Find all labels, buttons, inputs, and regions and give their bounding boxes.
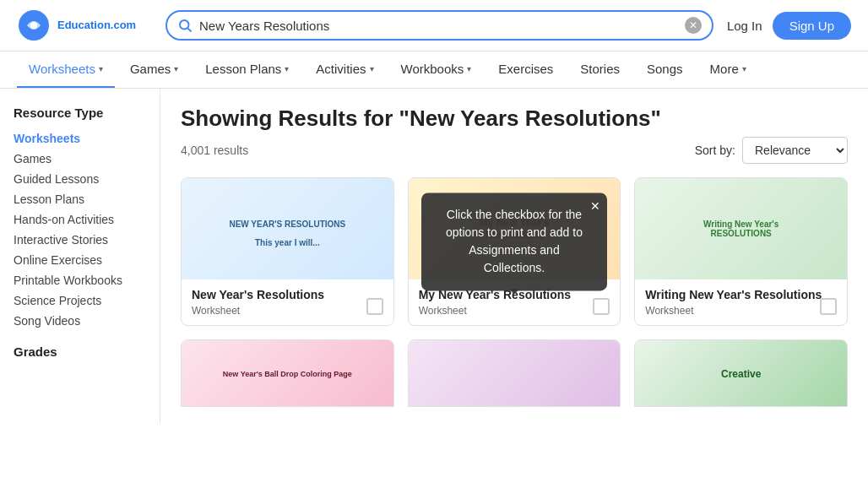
results-count: 4,001 results (181, 144, 248, 157)
sidebar-item-games[interactable]: Games (14, 149, 146, 169)
nav-label-lesson-plans: Lesson Plans (205, 62, 281, 76)
nav-item-stories[interactable]: Stories (568, 52, 632, 88)
tooltip-close-button[interactable]: ✕ (590, 199, 600, 213)
sidebar-item-hands-on-activities[interactable]: Hands-on Activities (14, 209, 146, 230)
search-input[interactable] (199, 19, 678, 33)
sidebar: Resource Type Worksheets Games Guided Le… (0, 89, 160, 424)
results-meta: 4,001 results Sort by: Relevance Most Re… (181, 137, 848, 164)
sort-by-label: Sort by: (695, 144, 735, 157)
logo-text: Education.com (57, 19, 136, 32)
search-icon (177, 18, 193, 33)
main-nav: Worksheets ▾ Games ▾ Lesson Plans ▾ Acti… (0, 52, 868, 89)
results-title: Showing Results for "New Years Resolutio… (181, 106, 848, 132)
nav-item-games[interactable]: Games ▾ (118, 52, 190, 88)
card-3-image: Writing New Year'sRESOLUTIONS (635, 178, 847, 279)
sidebar-item-science-projects[interactable]: Science Projects (14, 290, 146, 311)
card-2[interactable]: My New Year'sResolutions My New Year's R… (408, 177, 621, 326)
cards-grid: NEW YEAR'S RESOLUTIONS This year I will.… (181, 177, 848, 326)
card-3-title: Writing New Year's Resolutions (645, 288, 837, 301)
sidebar-item-guided-lessons[interactable]: Guided Lessons (14, 169, 146, 189)
chevron-down-icon: ▾ (370, 64, 374, 73)
chevron-down-icon: ▾ (467, 64, 471, 73)
sidebar-item-worksheets[interactable]: Worksheets (14, 128, 146, 149)
sort-select[interactable]: Relevance Most Recent Most Popular (742, 137, 848, 164)
resource-type-heading: Resource Type (14, 106, 146, 120)
nav-label-activities: Activities (316, 62, 366, 76)
nav-item-exercises[interactable]: Exercises (486, 52, 565, 88)
header: Education.com ✕ Log In Sign Up (0, 0, 868, 52)
card-3-checkbox[interactable] (820, 298, 837, 315)
svg-line-3 (187, 28, 191, 31)
content-area: Showing Results for "New Years Resolutio… (160, 89, 868, 424)
card-1-type: Worksheet (192, 305, 383, 317)
login-button[interactable]: Log In (727, 19, 762, 33)
nav-item-worksheets[interactable]: Worksheets ▾ (17, 52, 115, 88)
main-content: Resource Type Worksheets Games Guided Le… (0, 89, 868, 424)
card-4-image: New Year's Ball Drop Coloring Page (182, 340, 393, 407)
card-2-checkbox[interactable] (593, 298, 610, 315)
sidebar-item-printable-workbooks[interactable]: Printable Workbooks (14, 270, 146, 290)
card-1-body: New Year's Resolutions Worksheet (182, 279, 393, 325)
signup-button[interactable]: Sign Up (773, 12, 851, 40)
logo-icon (17, 8, 51, 42)
card-1-checkbox[interactable] (366, 298, 383, 315)
nav-item-activities[interactable]: Activities ▾ (304, 52, 385, 88)
nav-label-workbooks: Workbooks (401, 62, 464, 76)
card-1-img-label: NEW YEAR'S RESOLUTIONS This year I will.… (222, 203, 352, 254)
card-4-img-label: New Year's Ball Drop Coloring Page (216, 363, 359, 385)
card-1-image: NEW YEAR'S RESOLUTIONS This year I will.… (182, 178, 393, 279)
sidebar-item-lesson-plans[interactable]: Lesson Plans (14, 189, 146, 209)
results-header: Showing Results for "New Years Resolutio… (181, 106, 848, 164)
card-5-image (409, 340, 621, 407)
search-bar: ✕ (165, 10, 713, 41)
tooltip-text: Click the checkbox for the options to pr… (446, 208, 583, 274)
svg-point-2 (180, 20, 189, 30)
card-3-body: Writing New Year's Resolutions Worksheet (635, 279, 847, 325)
nav-item-lesson-plans[interactable]: Lesson Plans ▾ (193, 52, 301, 88)
card-6-image: Creative (635, 340, 847, 407)
card-2-type: Worksheet (419, 305, 610, 317)
sidebar-item-online-exercises[interactable]: Online Exercises (14, 250, 146, 270)
nav-item-workbooks[interactable]: Workbooks ▾ (389, 52, 484, 88)
grades-heading: Grades (14, 344, 146, 359)
sidebar-item-song-videos[interactable]: Song Videos (14, 311, 146, 331)
chevron-down-icon: ▾ (742, 64, 746, 73)
nav-item-more[interactable]: More ▾ (698, 52, 758, 88)
card-1[interactable]: NEW YEAR'S RESOLUTIONS This year I will.… (181, 177, 394, 326)
svg-point-1 (30, 22, 37, 29)
card-6-img-label: Creative (714, 361, 768, 387)
nav-label-more: More (710, 62, 739, 76)
nav-label-songs: Songs (647, 62, 683, 76)
chevron-down-icon: ▾ (285, 64, 289, 73)
card-3-img-label: Writing New Year'sRESOLUTIONS (697, 213, 785, 245)
card-3-type: Worksheet (645, 305, 837, 317)
nav-item-songs[interactable]: Songs (635, 52, 695, 88)
tooltip: ✕ Click the checkbox for the options to … (421, 192, 607, 290)
card-5-img-label (507, 367, 521, 381)
card-1-title: New Year's Resolutions (192, 288, 383, 301)
sort-by-container: Sort by: Relevance Most Recent Most Popu… (695, 137, 848, 164)
cards-grid-second: New Year's Ball Drop Coloring Page Creat… (181, 339, 848, 407)
nav-label-games: Games (130, 62, 171, 76)
chevron-down-icon: ▾ (174, 64, 178, 73)
sidebar-item-interactive-stories[interactable]: Interactive Stories (14, 230, 146, 250)
card-5[interactable] (408, 339, 621, 407)
nav-label-exercises: Exercises (498, 62, 553, 76)
card-6[interactable]: Creative (634, 339, 848, 407)
nav-label-worksheets: Worksheets (29, 62, 95, 76)
logo[interactable]: Education.com (17, 8, 152, 42)
nav-label-stories: Stories (580, 62, 620, 76)
clear-search-button[interactable]: ✕ (685, 17, 702, 34)
chevron-down-icon: ▾ (99, 64, 103, 73)
card-4[interactable]: New Year's Ball Drop Coloring Page (181, 339, 394, 407)
header-actions: Log In Sign Up (727, 12, 851, 40)
card-3[interactable]: Writing New Year'sRESOLUTIONS Writing Ne… (634, 177, 848, 326)
